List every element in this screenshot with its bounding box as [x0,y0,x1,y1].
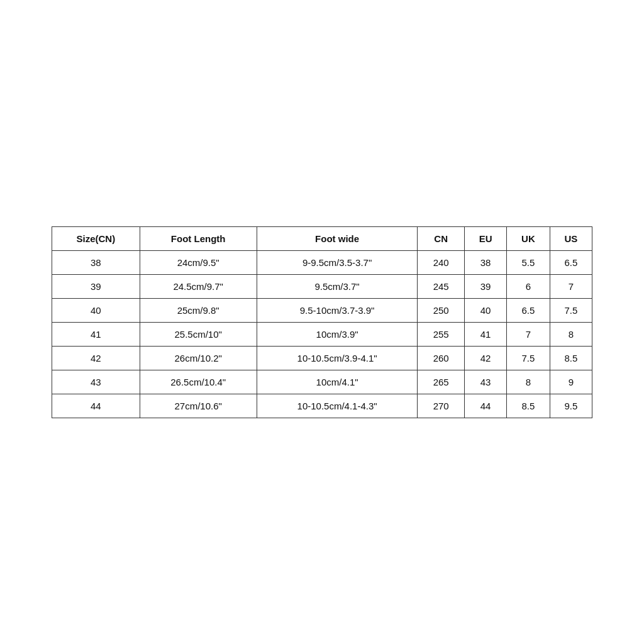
cell-2-2: 9.5-10cm/3.7-3.9" [257,298,418,322]
cell-4-3: 260 [418,346,465,370]
cell-4-0: 42 [52,346,140,370]
cell-3-6: 8 [550,322,592,346]
col-header-foot-length: Foot Length [140,226,257,250]
cell-3-1: 25.5cm/10" [140,322,257,346]
cell-3-2: 10cm/3.9" [257,322,418,346]
cell-6-2: 10-10.5cm/4.1-4.3" [257,394,418,418]
cell-4-6: 8.5 [550,346,592,370]
cell-0-6: 6.5 [550,250,592,274]
col-header-us: US [550,226,592,250]
cell-6-4: 44 [464,394,506,418]
cell-1-4: 39 [464,274,506,298]
cell-0-3: 240 [418,250,465,274]
cell-6-5: 8.5 [507,394,550,418]
cell-5-3: 265 [418,370,465,394]
cell-4-4: 42 [464,346,506,370]
table-row: 4427cm/10.6"10-10.5cm/4.1-4.3"270448.59.… [52,394,592,418]
size-chart-container: Size(CN) Foot Length Foot wide CN EU UK … [52,226,592,418]
cell-1-0: 39 [52,274,140,298]
cell-4-5: 7.5 [507,346,550,370]
cell-3-5: 7 [507,322,550,346]
cell-5-6: 9 [550,370,592,394]
col-header-foot-wide: Foot wide [257,226,418,250]
col-header-cn: CN [418,226,465,250]
cell-1-6: 7 [550,274,592,298]
cell-1-5: 6 [507,274,550,298]
cell-1-3: 245 [418,274,465,298]
cell-2-1: 25cm/9.8" [140,298,257,322]
cell-4-2: 10-10.5cm/3.9-4.1" [257,346,418,370]
table-body: 3824cm/9.5"9-9.5cm/3.5-3.7"240385.56.539… [52,250,592,418]
cell-3-0: 41 [52,322,140,346]
cell-2-6: 7.5 [550,298,592,322]
cell-5-0: 43 [52,370,140,394]
table-row: 4125.5cm/10"10cm/3.9"2554178 [52,322,592,346]
cell-5-2: 10cm/4.1" [257,370,418,394]
table-row: 3824cm/9.5"9-9.5cm/3.5-3.7"240385.56.5 [52,250,592,274]
cell-2-4: 40 [464,298,506,322]
table-row: 3924.5cm/9.7"9.5cm/3.7"2453967 [52,274,592,298]
cell-6-6: 9.5 [550,394,592,418]
cell-5-1: 26.5cm/10.4" [140,370,257,394]
cell-6-1: 27cm/10.6" [140,394,257,418]
cell-3-3: 255 [418,322,465,346]
cell-5-5: 8 [507,370,550,394]
cell-2-3: 250 [418,298,465,322]
table-row: 4226cm/10.2"10-10.5cm/3.9-4.1"260427.58.… [52,346,592,370]
cell-0-5: 5.5 [507,250,550,274]
cell-5-4: 43 [464,370,506,394]
col-header-uk: UK [507,226,550,250]
cell-0-0: 38 [52,250,140,274]
cell-2-5: 6.5 [507,298,550,322]
cell-2-0: 40 [52,298,140,322]
cell-6-3: 270 [418,394,465,418]
cell-0-1: 24cm/9.5" [140,250,257,274]
col-header-eu: EU [464,226,506,250]
cell-1-2: 9.5cm/3.7" [257,274,418,298]
cell-0-4: 38 [464,250,506,274]
cell-0-2: 9-9.5cm/3.5-3.7" [257,250,418,274]
col-header-size-cn: Size(CN) [52,226,140,250]
cell-4-1: 26cm/10.2" [140,346,257,370]
table-row: 4326.5cm/10.4"10cm/4.1"2654389 [52,370,592,394]
table-row: 4025cm/9.8"9.5-10cm/3.7-3.9"250406.57.5 [52,298,592,322]
cell-6-0: 44 [52,394,140,418]
cell-1-1: 24.5cm/9.7" [140,274,257,298]
size-chart-table: Size(CN) Foot Length Foot wide CN EU UK … [52,226,592,418]
cell-3-4: 41 [464,322,506,346]
table-header-row: Size(CN) Foot Length Foot wide CN EU UK … [52,226,592,250]
